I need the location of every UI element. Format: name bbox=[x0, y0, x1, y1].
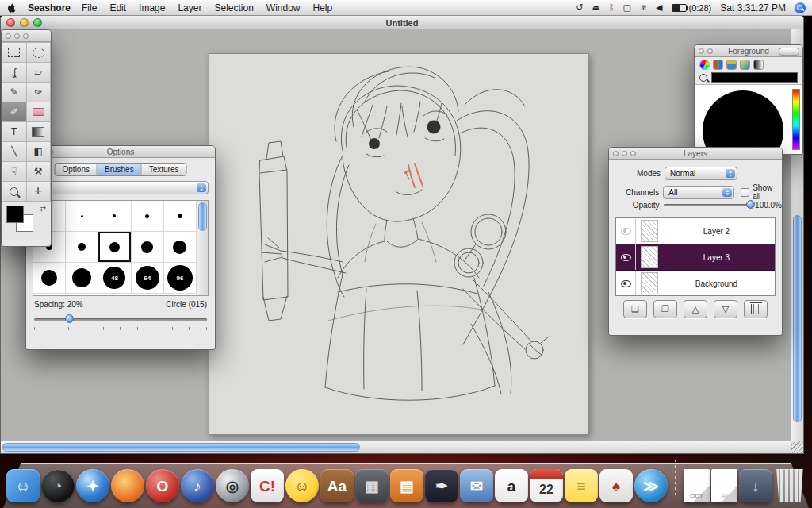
battery-indicator[interactable]: (0:28) bbox=[672, 3, 712, 13]
dock-icon-dashboard[interactable]: ◔ bbox=[41, 469, 75, 502]
tool-rect-select[interactable] bbox=[2, 43, 26, 62]
dock-icon-finder[interactable]: ☺ bbox=[6, 469, 40, 502]
minimize-button[interactable] bbox=[622, 151, 627, 156]
zoom-button[interactable] bbox=[33, 18, 42, 27]
brush-swatch[interactable] bbox=[66, 232, 98, 263]
close-button[interactable] bbox=[699, 48, 704, 54]
brush-group-select[interactable]: All ▲▼ bbox=[33, 181, 209, 194]
dock-icon-fish-app[interactable]: ≫ bbox=[634, 469, 668, 502]
close-button[interactable] bbox=[6, 18, 15, 27]
brush-swatch[interactable] bbox=[66, 201, 98, 232]
menu-window[interactable]: Window bbox=[266, 2, 301, 13]
tool-clone-stamp[interactable]: ⚒ bbox=[27, 162, 51, 181]
opacity-slider[interactable] bbox=[664, 200, 751, 210]
new-layer-button[interactable]: ❏ bbox=[623, 300, 647, 318]
spotlight-icon[interactable] bbox=[795, 2, 806, 13]
dock-icon-dictionary[interactable]: Aa bbox=[320, 469, 354, 502]
zoom-button[interactable] bbox=[23, 33, 29, 39]
dock-icon-stickies[interactable]: ≡ bbox=[565, 469, 598, 502]
tool-zoom[interactable] bbox=[2, 182, 26, 201]
menu-bar-clock[interactable]: Sat 3:31:27 PM bbox=[720, 2, 786, 13]
menu-edit[interactable]: Edit bbox=[109, 2, 126, 13]
tab-textures[interactable]: Textures bbox=[142, 164, 186, 175]
dock-icon-ical[interactable]: 22 bbox=[530, 469, 563, 502]
minimize-button[interactable] bbox=[14, 33, 20, 39]
swap-colors-icon[interactable]: ⇄ bbox=[40, 205, 46, 213]
layer-row-layer-2[interactable]: Layer 2 bbox=[616, 218, 775, 244]
close-button[interactable] bbox=[613, 151, 619, 156]
tool-bucket-fill[interactable]: ◧ bbox=[27, 142, 51, 161]
layers-titlebar[interactable]: Layers bbox=[609, 148, 782, 160]
menu-layer[interactable]: Layer bbox=[178, 2, 201, 13]
app-menu-seashore[interactable]: Seashore bbox=[28, 2, 71, 13]
tool-line[interactable]: ╲ bbox=[2, 142, 26, 161]
brush-swatch[interactable] bbox=[164, 232, 197, 263]
menu-help[interactable]: Help bbox=[313, 2, 333, 13]
dock-icon-amazon[interactable]: a bbox=[495, 469, 528, 502]
brush-swatch[interactable] bbox=[132, 201, 164, 232]
delete-layer-button[interactable] bbox=[744, 300, 768, 318]
rgb-sliders-icon[interactable] bbox=[713, 60, 723, 70]
dock-icon-smiley-app[interactable]: ☺ bbox=[285, 469, 319, 502]
displays-icon[interactable]: ▢ bbox=[622, 3, 630, 12]
mode-select[interactable]: Normal ▲▼ bbox=[665, 167, 737, 180]
duplicate-layer-button[interactable]: ❐ bbox=[653, 300, 677, 318]
drawing-canvas[interactable] bbox=[209, 53, 589, 435]
tool-paintbrush[interactable]: ✐ bbox=[2, 102, 26, 121]
vertical-scroll-thumb[interactable] bbox=[793, 215, 802, 423]
color-wheel-area[interactable] bbox=[695, 84, 802, 154]
tool-move[interactable]: ✛ bbox=[27, 182, 51, 201]
foreground-color-swatch[interactable] bbox=[6, 206, 24, 223]
dock-icon-calculator[interactable]: ▦ bbox=[355, 469, 389, 502]
brush-grid-scroll-thumb[interactable] bbox=[198, 202, 207, 231]
brush-swatch[interactable]: 64 bbox=[132, 263, 164, 294]
brush-swatch[interactable] bbox=[66, 263, 98, 294]
dock-icon-mail[interactable]: ✉ bbox=[460, 469, 493, 502]
channels-select[interactable]: All ▲▼ bbox=[663, 186, 734, 199]
crayons-icon[interactable] bbox=[753, 60, 764, 70]
brush-swatch[interactable]: 96 bbox=[164, 263, 197, 294]
brush-swatch[interactable] bbox=[164, 201, 197, 232]
tool-polygon-lasso[interactable]: ▱ bbox=[27, 63, 51, 82]
brush-grid-scrollbar[interactable] bbox=[197, 201, 208, 295]
menu-file[interactable]: File bbox=[82, 2, 97, 13]
color-wheel[interactable] bbox=[703, 90, 783, 154]
dock-icon-top-hat-app[interactable]: ♠ bbox=[599, 469, 633, 502]
brush-swatch[interactable] bbox=[98, 201, 131, 232]
dock-icon-photo-booth[interactable]: ◎ bbox=[216, 469, 249, 502]
visibility-toggle[interactable] bbox=[616, 218, 636, 244]
time-machine-icon[interactable]: ↺ bbox=[576, 3, 583, 12]
lower-layer-button[interactable]: ▽ bbox=[714, 300, 737, 318]
layer-row-background[interactable]: Background bbox=[616, 271, 775, 296]
tools-titlebar[interactable] bbox=[2, 30, 51, 42]
collapse-button[interactable] bbox=[779, 48, 799, 56]
minimize-button[interactable] bbox=[707, 48, 713, 54]
dock-icon-ink-pen-app[interactable]: ✒ bbox=[425, 469, 458, 502]
zoom-button[interactable] bbox=[630, 151, 636, 156]
tool-ellipse-select[interactable] bbox=[27, 43, 51, 62]
tool-pencil[interactable]: ✎ bbox=[2, 83, 26, 102]
tool-smudge[interactable]: ☟ bbox=[2, 162, 26, 181]
tool-eyedropper[interactable]: ✑ bbox=[27, 83, 51, 102]
close-button[interactable] bbox=[6, 33, 11, 39]
tool-lasso[interactable]: ʆ bbox=[2, 63, 26, 82]
tool-gradient[interactable] bbox=[27, 122, 51, 141]
image-palettes-icon[interactable] bbox=[740, 60, 750, 70]
tab-options[interactable]: Options bbox=[56, 164, 98, 175]
dock-icon-firefox[interactable] bbox=[111, 469, 144, 502]
wifi-icon[interactable]: ≋ bbox=[639, 4, 648, 11]
menu-selection[interactable]: Selection bbox=[214, 2, 253, 13]
foreground-titlebar[interactable]: Foreground bbox=[695, 45, 802, 57]
tool-text[interactable]: T bbox=[2, 122, 26, 141]
tab-brushes[interactable]: Brushes bbox=[98, 164, 142, 175]
dock-icon-document-odt[interactable]: ODT bbox=[684, 469, 710, 502]
minimize-button[interactable] bbox=[20, 18, 29, 27]
dock-icon-itunes[interactable]: ♪ bbox=[181, 469, 214, 502]
dock-icon-opera[interactable]: O bbox=[146, 469, 179, 502]
dock-icon-comic-life[interactable]: C! bbox=[251, 469, 284, 502]
color-wheel-icon[interactable] bbox=[699, 60, 710, 70]
dock-icon-trash[interactable] bbox=[774, 469, 806, 502]
raise-layer-button[interactable]: △ bbox=[684, 300, 707, 318]
brush-swatch[interactable]: 48 bbox=[98, 263, 131, 294]
visibility-toggle[interactable] bbox=[616, 244, 636, 270]
